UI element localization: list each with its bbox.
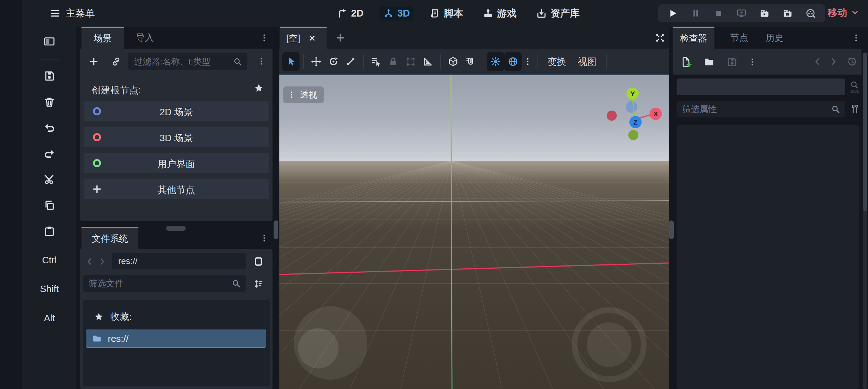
filesystem-menu-button[interactable] [259, 232, 270, 244]
view-perspective-menu[interactable]: 透视 [283, 86, 324, 103]
view-menu[interactable]: 视图 [572, 55, 602, 68]
lock-selected-button[interactable] [385, 52, 402, 71]
gizmo-neg-y[interactable] [628, 130, 638, 140]
tab-scene[interactable]: 场景 [81, 27, 124, 49]
sun-environment-menu-button[interactable] [522, 52, 534, 71]
workspace-script-button[interactable]: 脚本 [426, 5, 467, 22]
undo-button[interactable] [43, 122, 56, 134]
nav-back-button[interactable] [84, 254, 95, 269]
gizmo-neg-x[interactable] [607, 111, 617, 121]
load-resource-button[interactable] [701, 54, 717, 70]
workspace-3d-button[interactable]: 3D [380, 6, 414, 21]
close-icon[interactable] [308, 34, 316, 42]
manage-properties-button[interactable] [849, 102, 861, 117]
cut-button[interactable] [43, 173, 56, 185]
save-button[interactable] [43, 70, 56, 82]
trash-icon [43, 96, 56, 108]
workspace-2d-button[interactable]: 2D [333, 6, 367, 21]
left-touch-joystick[interactable] [294, 306, 367, 380]
expand-viewport-button[interactable] [653, 31, 667, 45]
workspace-game-button[interactable]: 游戏 [479, 5, 520, 22]
viewport-3d-canvas[interactable]: 透视 Y X Z [279, 75, 669, 389]
new-scene-tab-button[interactable] [333, 31, 347, 45]
create-root-2d-scene[interactable]: 2D 场景 [84, 101, 269, 121]
new-resource-button[interactable] [678, 54, 694, 70]
save-resource-button[interactable] [725, 54, 740, 70]
redo-button[interactable] [43, 148, 56, 160]
search-icon[interactable] [231, 279, 241, 288]
ctrl-key-button[interactable]: Ctrl [22, 255, 76, 266]
toggle-split-mode-button[interactable] [250, 254, 267, 269]
play-scene-button[interactable] [759, 8, 770, 19]
create-root-ui[interactable]: 用户界面 [84, 153, 269, 173]
scene-dock-menu-button[interactable] [259, 32, 270, 44]
scale-tool-button[interactable] [342, 52, 359, 71]
preview-environment-button[interactable] [504, 52, 522, 71]
main-menu-button[interactable]: 主菜单 [50, 6, 95, 20]
shift-key-button[interactable]: Shift [22, 283, 76, 295]
right-scrollbar-thumb[interactable] [863, 53, 867, 211]
pause-button[interactable] [690, 8, 701, 19]
resource-menu-button[interactable] [747, 56, 758, 68]
open-docs-button[interactable]: DOC [848, 79, 861, 94]
scene-filter-input[interactable] [128, 53, 247, 70]
instance-scene-button[interactable] [109, 54, 123, 69]
preview-sun-button[interactable] [487, 52, 504, 71]
object-history-button[interactable] [846, 55, 859, 68]
play-remote-debug-button[interactable] [736, 8, 747, 19]
tab-history[interactable]: 历史 [758, 27, 791, 49]
right-touch-joystick[interactable] [575, 310, 644, 379]
path-input[interactable] [112, 253, 246, 269]
movie-maker-button[interactable] [805, 8, 816, 19]
add-node-button[interactable] [87, 54, 101, 69]
inspector-dock-menu-button[interactable] [851, 32, 862, 44]
delete-button[interactable] [43, 96, 56, 108]
history-back-button[interactable] [812, 56, 823, 67]
paste-button[interactable] [43, 225, 56, 237]
search-icon[interactable] [831, 104, 840, 114]
touch-shortcut-bar: Ctrl Shift Alt [22, 27, 76, 389]
scene-tree-menu-button[interactable] [256, 55, 267, 67]
local-space-button[interactable] [444, 52, 462, 71]
scene-tab-empty[interactable]: [空] [280, 27, 327, 49]
left-edge-column [0, 0, 22, 389]
play-custom-scene-button[interactable] [782, 8, 793, 19]
tab-import[interactable]: 导入 [124, 27, 166, 49]
stop-button[interactable] [713, 8, 724, 19]
rotate-tool-button[interactable] [325, 52, 342, 71]
tab-node[interactable]: 节点 [723, 27, 756, 49]
inspector-content-empty [677, 125, 859, 389]
toggle-dock-icon [43, 35, 56, 48]
tab-filesystem[interactable]: 文件系统 [81, 227, 138, 249]
history-forward-button[interactable] [828, 56, 839, 67]
ruler-tool-button[interactable] [419, 52, 437, 71]
create-root-other-node[interactable]: 其他节点 [84, 179, 269, 199]
list-select-tool-button[interactable] [367, 52, 385, 71]
dock-splitter-handle[interactable] [166, 226, 186, 231]
sort-files-button[interactable] [250, 276, 267, 292]
file-filter-input[interactable] [83, 275, 246, 292]
select-tool-button[interactable] [282, 52, 300, 71]
workspace-assetlib-button[interactable]: 资产库 [532, 5, 583, 22]
create-root-3d-scene[interactable]: 3D 场景 [84, 127, 269, 147]
nav-forward-button[interactable] [97, 254, 107, 269]
favorites-star-button[interactable] [252, 82, 265, 95]
resource-name-field[interactable] [677, 79, 845, 95]
snap-toggle-button[interactable] [462, 52, 479, 71]
tab-inspector[interactable]: 检查器 [673, 27, 714, 49]
gizmo-neg-z[interactable] [626, 101, 637, 113]
platform-selector[interactable]: 移动 [828, 6, 859, 19]
property-filter-input[interactable] [677, 101, 845, 117]
file-row-selected[interactable]: res:// [86, 330, 266, 348]
toggle-dock-button[interactable] [43, 35, 56, 48]
left-splitter-handle[interactable] [274, 220, 278, 239]
move-tool-button[interactable] [307, 52, 325, 71]
play-button[interactable] [667, 8, 678, 19]
copy-button[interactable] [43, 199, 56, 211]
alt-key-button[interactable]: Alt [22, 313, 76, 324]
search-icon[interactable] [233, 57, 242, 66]
favorites-row[interactable]: 收藏: [94, 310, 132, 323]
transform-menu[interactable]: 变换 [542, 55, 572, 68]
group-selected-button[interactable] [402, 52, 419, 71]
axis-gizmo[interactable]: Y X Z [597, 82, 669, 147]
